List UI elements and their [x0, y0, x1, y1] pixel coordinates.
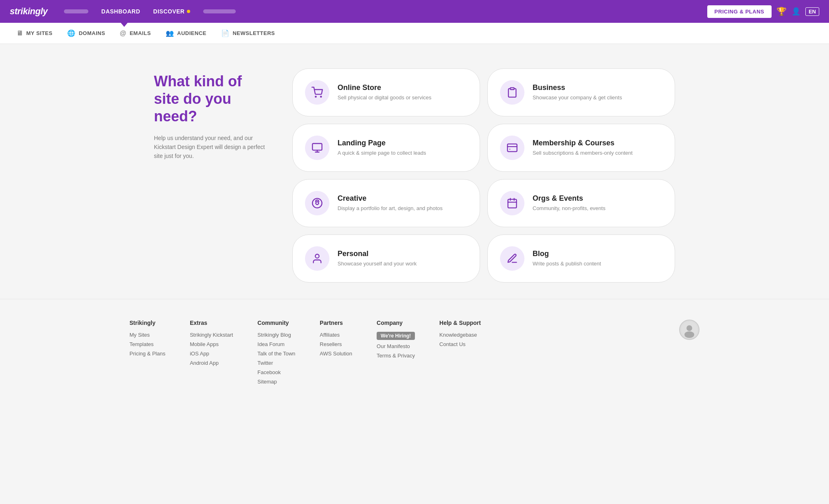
personal-icon	[305, 246, 329, 271]
footer-link-kickstart[interactable]: Strikingly Kickstart	[190, 332, 233, 338]
my-sites-icon: 🖥	[16, 30, 23, 37]
footer-link-my-sites[interactable]: My Sites	[129, 332, 165, 338]
footer-heading-community: Community	[257, 320, 295, 326]
top-nav-links: DASHBOARD DISCOVER	[101, 8, 191, 15]
business-desc: Showcase your company & get clients	[533, 94, 622, 101]
footer-col-extras: Extras Strikingly Kickstart Mobile Apps …	[190, 320, 233, 388]
page-description: Help us understand your need, and our Ki…	[154, 134, 268, 161]
language-button[interactable]: EN	[805, 7, 819, 16]
page-title: What kind of site do you need?	[154, 72, 268, 125]
footer-link-mobile-apps[interactable]: Mobile Apps	[190, 341, 233, 347]
card-personal[interactable]: Personal Showcase yourself and your work	[292, 234, 480, 283]
svg-rect-8	[508, 199, 517, 208]
blog-desc: Write posts & publish content	[533, 260, 601, 267]
business-icon	[500, 80, 524, 105]
top-navigation: strikingly DASHBOARD DISCOVER PRICING & …	[0, 0, 829, 23]
emails-icon: @	[120, 30, 126, 37]
footer-link-contact[interactable]: Contact Us	[439, 341, 481, 347]
card-orgs-events[interactable]: Orgs & Events Community, non-profits, ev…	[487, 179, 675, 227]
subnav-audience[interactable]: 👥 AUDIENCE	[166, 29, 206, 37]
subnav-domains[interactable]: 🌐 DOMAINS	[67, 29, 105, 37]
footer-heading-company: Company	[377, 320, 415, 326]
card-blog[interactable]: Blog Write posts & publish content	[487, 234, 675, 283]
blog-icon	[500, 246, 524, 271]
footer-col-community: Community Strikingly Blog Idea Forum Tal…	[257, 320, 295, 388]
footer-link-resellers[interactable]: Resellers	[320, 341, 352, 347]
svg-rect-3	[312, 144, 322, 150]
footer-avatar	[679, 320, 700, 388]
domains-icon: 🌐	[67, 29, 76, 37]
orgs-events-text: Orgs & Events Community, non-profits, ev…	[533, 194, 605, 212]
membership-title: Membership & Courses	[533, 139, 633, 147]
footer-link-twitter[interactable]: Twitter	[257, 360, 295, 366]
card-creative[interactable]: Creative Display a portfolio for art, de…	[292, 179, 480, 227]
blog-text: Blog Write posts & publish content	[533, 250, 601, 267]
site-type-grid: Online Store Sell physical or digital go…	[292, 68, 675, 283]
svg-point-15	[684, 331, 694, 338]
nav-placeholder-2	[203, 9, 236, 13]
footer-link-idea-forum[interactable]: Idea Forum	[257, 341, 295, 347]
left-panel: What kind of site do you need? Help us u…	[154, 68, 268, 283]
orgs-events-title: Orgs & Events	[533, 194, 605, 203]
membership-desc: Sell subscriptions & members-only conten…	[533, 149, 633, 157]
subnav-newsletters[interactable]: 📄 NEWSLETTERS	[221, 29, 275, 37]
footer-link-templates[interactable]: Templates	[129, 341, 165, 347]
membership-icon	[500, 136, 524, 160]
footer: Strikingly My Sites Templates Pricing & …	[0, 299, 829, 404]
creative-title: Creative	[338, 194, 443, 203]
trophy-icon[interactable]: 🏆	[776, 7, 787, 16]
creative-icon	[305, 191, 329, 215]
footer-link-manifesto[interactable]: Our Manifesto	[377, 343, 415, 349]
footer-heading-extras: Extras	[190, 320, 233, 326]
online-store-icon	[305, 80, 329, 105]
footer-link-pricing[interactable]: Pricing & Plans	[129, 351, 165, 357]
footer-link-talk-town[interactable]: Talk of the Town	[257, 351, 295, 357]
footer-link-knowledgebase[interactable]: Knowledgebase	[439, 332, 481, 338]
card-membership[interactable]: Membership & Courses Sell subscriptions …	[487, 124, 675, 172]
footer-link-blog[interactable]: Strikingly Blog	[257, 332, 295, 338]
svg-point-1	[320, 96, 321, 97]
personal-desc: Showcase yourself and your work	[338, 260, 417, 267]
footer-link-aws[interactable]: AWS Solution	[320, 351, 352, 357]
orgs-events-desc: Community, non-profits, events	[533, 205, 605, 212]
footer-col-partners: Partners Affiliates Resellers AWS Soluti…	[320, 320, 352, 388]
footer-heading-strikingly: Strikingly	[129, 320, 165, 326]
pricing-plans-button[interactable]: PRICING & PLANS	[707, 5, 772, 18]
brand-logo[interactable]: strikingly	[10, 6, 48, 17]
blog-title: Blog	[533, 250, 601, 258]
landing-page-desc: A quick & simple page to collect leads	[338, 149, 426, 157]
online-store-text: Online Store Sell physical or digital go…	[338, 83, 432, 101]
user-icon[interactable]: 👤	[792, 7, 800, 16]
nav-dashboard[interactable]: DASHBOARD	[101, 8, 140, 15]
card-landing-page[interactable]: Landing Page A quick & simple page to co…	[292, 124, 480, 172]
footer-heading-help: Help & Support	[439, 320, 481, 326]
footer-link-ios[interactable]: iOS App	[190, 351, 233, 357]
we-are-hiring-badge[interactable]: We're Hiring!	[377, 332, 415, 340]
svg-point-12	[315, 254, 319, 258]
personal-text: Personal Showcase yourself and your work	[338, 250, 417, 267]
subnav-my-sites[interactable]: 🖥 MY SITES	[16, 30, 53, 37]
card-online-store[interactable]: Online Store Sell physical or digital go…	[292, 68, 480, 116]
footer-link-terms[interactable]: Terms & Privacy	[377, 353, 415, 359]
nav-right: PRICING & PLANS 🏆 👤 EN	[707, 5, 819, 18]
footer-link-sitemap[interactable]: Sitemap	[257, 379, 295, 385]
card-business[interactable]: Business Showcase your company & get cli…	[487, 68, 675, 116]
nav-discover[interactable]: DISCOVER	[153, 8, 190, 15]
subnav-emails[interactable]: @ EMAILS	[120, 30, 151, 37]
discover-dot-icon	[187, 10, 190, 13]
creative-desc: Display a portfolio for art, design, and…	[338, 205, 443, 212]
landing-page-title: Landing Page	[338, 139, 426, 147]
membership-text: Membership & Courses Sell subscriptions …	[533, 139, 633, 157]
business-title: Business	[533, 83, 622, 92]
svg-rect-6	[507, 144, 517, 152]
nav-placeholder-1	[64, 9, 88, 13]
landing-page-text: Landing Page A quick & simple page to co…	[338, 139, 426, 157]
footer-link-facebook[interactable]: Facebook	[257, 369, 295, 375]
orgs-events-icon	[500, 191, 524, 215]
audience-icon: 👥	[166, 29, 174, 37]
footer-link-affiliates[interactable]: Affiliates	[320, 332, 352, 338]
footer-link-android[interactable]: Android App	[190, 360, 233, 366]
newsletters-icon: 📄	[221, 29, 230, 37]
creative-text: Creative Display a portfolio for art, de…	[338, 194, 443, 212]
svg-point-0	[315, 96, 316, 97]
